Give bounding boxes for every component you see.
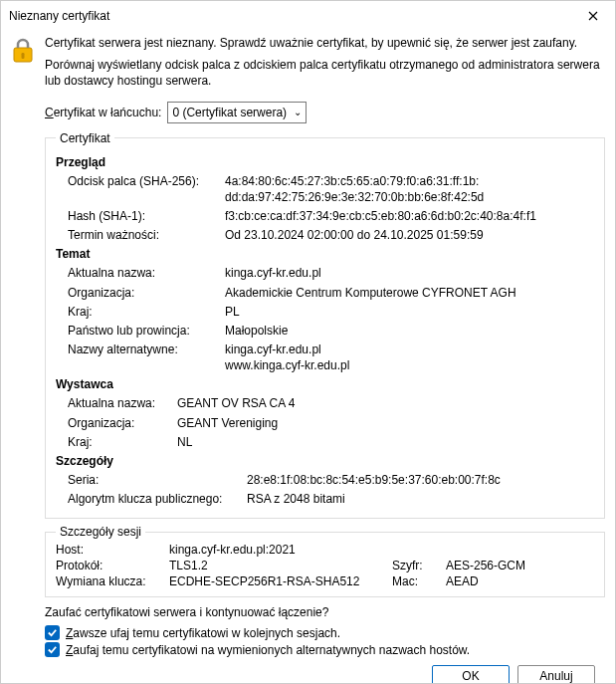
validity-label: Termin ważności:	[68, 227, 225, 243]
subject-country-value: PL	[225, 304, 590, 320]
window-title: Nieznany certyfikat	[9, 9, 109, 23]
pkalg-label: Algorytm klucza publicznego:	[68, 491, 247, 507]
issuer-cn-label: Aktualna nazwa:	[68, 395, 177, 411]
lock-icon	[11, 37, 35, 65]
host-label: Host:	[56, 543, 165, 557]
session-fieldset: Szczegóły sesji Host: kinga.cyf-kr.edu.p…	[45, 525, 605, 597]
kex-label: Wymiana klucza:	[56, 574, 165, 588]
host-value: kinga.cyf-kr.edu.pl:2021	[169, 543, 388, 557]
cancel-button[interactable]: Anuluj	[517, 665, 595, 684]
pkalg-value: RSA z 2048 bitami	[247, 491, 590, 507]
cipher-label: Szyfr:	[392, 559, 442, 572]
session-legend: Szczegóły sesji	[56, 525, 145, 539]
trust-altnames-label[interactable]: Zaufaj temu certyfikatowi na wymienionyc…	[66, 643, 470, 657]
chain-select-value: 0 (Certyfikat serwera)	[172, 106, 287, 119]
serial-value: 28:e8:1f:08:bc:8c:54:e5:b9:5e:37:60:eb:0…	[247, 472, 590, 488]
subject-heading: Temat	[56, 247, 590, 261]
subject-state-value: Małopolskie	[225, 323, 590, 339]
subject-san-label: Nazwy alternatywne:	[68, 342, 225, 373]
chevron-down-icon: ⌄	[294, 107, 302, 117]
details-heading: Szczegóły	[56, 454, 590, 468]
issuer-org-value: GEANT Vereniging	[177, 415, 590, 431]
subject-san-value: kinga.cyf-kr.edu.pl www.kinga.cyf-kr.edu…	[225, 342, 590, 373]
certificate-scroll[interactable]: Przegląd Odcisk palca (SHA-256): 4a:84:8…	[56, 151, 594, 511]
always-trust-label[interactable]: Zawsze ufaj temu certyfikatowi w kolejny…	[66, 626, 340, 640]
issuer-cn-value: GEANT OV RSA CA 4	[177, 395, 590, 411]
close-icon[interactable]	[579, 5, 607, 27]
always-trust-checkbox[interactable]	[45, 625, 60, 640]
subject-cn-value: kinga.cyf-kr.edu.pl	[225, 265, 590, 281]
cipher-value: AES-256-GCM	[446, 559, 594, 572]
subject-state-label: Państwo lub prowincja:	[68, 323, 225, 339]
serial-label: Seria:	[68, 472, 247, 488]
trust-altnames-checkbox[interactable]	[45, 642, 60, 657]
fingerprint-value: 4a:84:80:6c:45:27:3b:c5:65:a0:79:f0:a6:3…	[225, 173, 590, 205]
svg-rect-1	[22, 53, 25, 59]
certificate-legend: Certyfikat	[56, 131, 114, 145]
ok-button[interactable]: OK	[432, 665, 510, 684]
subject-cn-label: Aktualna nazwa:	[68, 265, 225, 281]
intro-line-1: Certyfikat serwera jest nieznany. Sprawd…	[45, 35, 605, 51]
trust-question: Zaufać certyfikatowi serwera i kontynuow…	[45, 605, 605, 619]
chain-select[interactable]: 0 (Certyfikat serwera) ⌄	[167, 102, 307, 123]
validity-value: Od 23.10.2024 02:00:00 do 24.10.2025 01:…	[225, 227, 590, 243]
subject-org-label: Organizacja:	[68, 285, 225, 301]
proto-value: TLS1.2	[169, 559, 388, 572]
issuer-country-label: Kraj:	[68, 434, 177, 450]
overview-heading: Przegląd	[56, 155, 590, 169]
mac-value: AEAD	[446, 574, 594, 588]
hash-value: f3:cb:ce:ca:df:37:34:9e:cb:c5:eb:80:a6:6…	[225, 208, 590, 224]
subject-org-value: Akademickie Centrum Komputerowe CYFRONET…	[225, 285, 590, 301]
proto-label: Protokół:	[56, 559, 165, 572]
hash-label: Hash (SHA-1):	[68, 208, 225, 224]
fingerprint-label: Odcisk palca (SHA-256):	[68, 173, 225, 205]
mac-label: Mac:	[392, 574, 442, 588]
certificate-fieldset: Certyfikat Przegląd Odcisk palca (SHA-25…	[45, 131, 605, 520]
issuer-org-label: Organizacja:	[68, 415, 177, 431]
subject-country-label: Kraj:	[68, 304, 225, 320]
intro-line-2: Porównaj wyświetlany odcisk palca z odci…	[45, 57, 605, 89]
kex-value: ECDHE-SECP256R1-RSA-SHA512	[169, 574, 388, 588]
issuer-country-value: NL	[177, 434, 590, 450]
issuer-heading: Wystawca	[56, 377, 590, 391]
chain-label: Certyfikat w łańcuchu:	[45, 106, 161, 119]
